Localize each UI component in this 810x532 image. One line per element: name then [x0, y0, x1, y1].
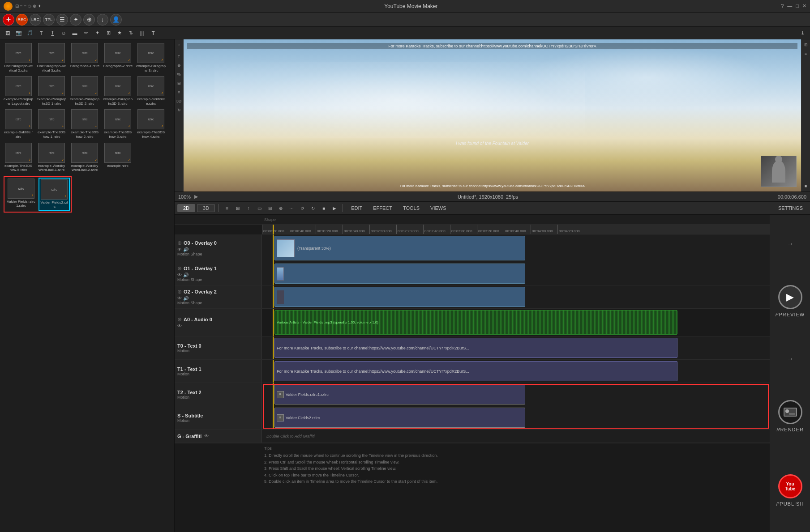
maximize-btn[interactable]: □: [796, 3, 799, 9]
star-btn[interactable]: ★: [115, 28, 124, 38]
clip-t2[interactable]: ≡ Valder Fields.rzlrc1.rzlrc: [274, 384, 525, 404]
media-item-m14[interactable]: rzlrc ♪ example-The3DShow-3.rzlrc: [102, 108, 133, 140]
clip-t0[interactable]: For more Karaoke Tracks, subscribe to ou…: [274, 338, 677, 358]
track-eye-o2[interactable]: 👁: [177, 296, 182, 301]
media-item-m12[interactable]: rzlrc ♪ example-The3DShow-1.rzlrc: [36, 108, 67, 140]
track-content-g0[interactable]: Double Click to Add Graffiti: [262, 430, 770, 443]
grid-icon-btn[interactable]: ⊞: [233, 204, 242, 213]
filter-btn[interactable]: |||: [137, 28, 147, 38]
media-item-m3[interactable]: rzlrc ♪ Paragraphs-1.rzlrc: [69, 42, 100, 73]
media-item-m2[interactable]: rzlrc ♪ OneParagraph-Vertical-3.rzlrc: [36, 42, 67, 73]
move-btn[interactable]: ⇅: [126, 28, 136, 38]
media-item-m4[interactable]: rzlrc ♪ Paragraphs-2.rzlrc: [102, 42, 133, 73]
track-content-s0[interactable]: ≡ Valder Fields2.rzlrc: [262, 406, 770, 429]
split-icon-btn[interactable]: ⊟: [266, 204, 274, 213]
pv-3d-btn[interactable]: 3D: [176, 98, 183, 105]
timeline-ruler[interactable]: 00:00:20.000 00:00:40.000 00:01:20.000 0…: [262, 225, 770, 234]
pv-zoom-btn[interactable]: ⊕: [176, 62, 183, 69]
track-content-o0[interactable]: (Transparent 30%): [262, 234, 770, 262]
add-button[interactable]: +: [3, 14, 14, 26]
user-button[interactable]: 👤: [110, 14, 122, 26]
play-btn[interactable]: ▶: [194, 194, 198, 200]
redo-icon-btn[interactable]: ↻: [309, 204, 317, 213]
settings-menu[interactable]: SETTINGS: [774, 204, 807, 212]
clip-o2[interactable]: [274, 287, 525, 307]
track-lock-o0[interactable]: 🔊: [183, 247, 189, 252]
pv-t-btn[interactable]: T: [176, 53, 183, 60]
media-item-m19[interactable]: rzlrc ♪ example.rzlrc: [102, 142, 133, 173]
rec-button[interactable]: REC: [16, 14, 28, 26]
render-icon[interactable]: [778, 400, 802, 424]
pv-right-btn1[interactable]: ⊞: [802, 41, 810, 48]
media-item-m6[interactable]: rzlrc ♪ example-Paragraphs-Layout.rzlrc: [3, 75, 34, 106]
media-add-btn[interactable]: 🖼: [3, 28, 13, 38]
track-content-t2[interactable]: ≡ Valder Fields.rzlrc1.rzlrc: [262, 383, 770, 406]
camera-btn[interactable]: 📷: [14, 28, 24, 38]
clip-o0[interactable]: (Transparent 30%): [274, 236, 525, 260]
tab-2d[interactable]: 2D: [177, 204, 195, 212]
track-eye-a0[interactable]: 👁: [177, 323, 182, 328]
media-item-m21[interactable]: rzlrc ♪ Valder Fields2.rzlrc: [39, 178, 70, 211]
track-add-o2[interactable]: ⊕: [177, 289, 182, 295]
pv-right-btn2[interactable]: ≡: [802, 50, 810, 57]
shape-btn[interactable]: ▬: [70, 28, 80, 38]
emoji-btn[interactable]: ☺: [59, 28, 69, 38]
track-eye-o1[interactable]: 👁: [177, 272, 182, 277]
publish-action[interactable]: YouTube PPublish: [776, 474, 804, 507]
track-lock-o2[interactable]: 🔊: [183, 296, 189, 301]
preview-icon[interactable]: ▶: [778, 285, 802, 309]
track-content-o2[interactable]: [262, 285, 770, 308]
help-btn[interactable]: ?: [781, 3, 784, 9]
media-item-m8[interactable]: rzlrc ♪ example-Paragraphs3D-2.rzlrc: [69, 75, 100, 106]
fx-button[interactable]: ✦: [70, 14, 81, 26]
sync-button[interactable]: ⊕: [83, 14, 95, 26]
up-icon-btn[interactable]: ↑: [244, 204, 253, 213]
text2-btn[interactable]: T: [148, 28, 158, 38]
caption-btn[interactable]: T̲: [47, 28, 57, 38]
media-item-m1[interactable]: rzlrc ♪ OneParagraph-Vertical-2.rzlrc: [3, 42, 34, 73]
stop-icon-btn[interactable]: ■: [319, 204, 328, 213]
pv-crop-btn[interactable]: ⌗: [176, 89, 183, 96]
media-item-m18[interactable]: rzlrc ♪ example-WordbyWord-ball-2.rzlrc: [69, 142, 100, 173]
snap-icon-btn[interactable]: ⋯: [287, 204, 296, 213]
clip-o1[interactable]: [274, 264, 525, 284]
minimize-btn[interactable]: —: [787, 3, 792, 9]
track-add-o0[interactable]: ⊕: [177, 240, 182, 246]
track-eye-g0[interactable]: 👁: [204, 434, 209, 438]
pv-percent-btn[interactable]: %: [176, 71, 183, 78]
media-item-m13[interactable]: rzlrc ♪ example-The3DShow-2.rzlrc: [69, 108, 100, 140]
tab-3d[interactable]: 3D: [197, 204, 215, 212]
views-menu[interactable]: VIEWS: [426, 204, 450, 212]
effect-menu[interactable]: EFFECT: [369, 204, 397, 212]
media-item-m11[interactable]: rzlrc ♪ example-Subtitle.rzlrc: [3, 108, 34, 140]
track-content-o1[interactable]: [262, 262, 770, 285]
pv-grid-btn[interactable]: ⊞: [176, 80, 183, 87]
track-add-a0[interactable]: ⊕: [177, 316, 182, 323]
track-lock-o1[interactable]: 🔊: [183, 272, 189, 277]
window-menu-icons[interactable]: ⊟ ≡ ≡ ◇ ⊕ ✦: [15, 4, 41, 9]
track-icon-btn[interactable]: ≡: [223, 204, 231, 213]
track-content-t1[interactable]: For more Karaoke Tracks, subscribe to ou…: [262, 360, 770, 383]
list-button[interactable]: ☰: [56, 14, 68, 26]
pv-right-btn3[interactable]: ■: [802, 183, 810, 190]
clip-icon-btn[interactable]: ▭: [255, 204, 264, 213]
track-add-o1[interactable]: ⊕: [177, 265, 182, 272]
play-icon-btn[interactable]: ▶: [330, 204, 339, 213]
clip-t1[interactable]: For more Karaoke Tracks, subscribe to ou…: [274, 361, 677, 381]
undo-icon-btn[interactable]: ↺: [298, 204, 307, 213]
media-item-m9[interactable]: rzlrc ♪ example-Paragraphs3D-3.rzlrc: [102, 75, 133, 106]
tools-menu[interactable]: TOOLS: [399, 204, 424, 212]
import-btn[interactable]: ⤓: [797, 28, 807, 38]
media-item-m20[interactable]: rzlrc ♪ Valder Fields.rzlrc1.rzlrc: [5, 178, 37, 211]
media-item-m16[interactable]: rzlrc ♪ example-The3DShow-5.rzlrc: [3, 142, 34, 173]
preview-action[interactable]: ▶ PPreview: [776, 285, 805, 318]
clip-a0[interactable]: Various Artists - Valder Fields .mp3 (sp…: [274, 310, 677, 335]
side-arrow-icon[interactable]: →: [787, 240, 794, 248]
media-item-m15[interactable]: rzlrc ♪ example-The3DShow-4.rzlrc: [135, 108, 167, 140]
media-item-m7[interactable]: rzlrc ♪ example-Paragraphs3D-1.rzlrc: [36, 75, 67, 106]
titlebar-controls[interactable]: ? — □ ✕: [781, 3, 806, 9]
close-btn[interactable]: ✕: [802, 3, 806, 9]
pv-arrow-btn[interactable]: ↔: [176, 41, 183, 48]
render-action[interactable]: RRender: [776, 400, 804, 433]
download-button[interactable]: ↓: [97, 14, 108, 26]
